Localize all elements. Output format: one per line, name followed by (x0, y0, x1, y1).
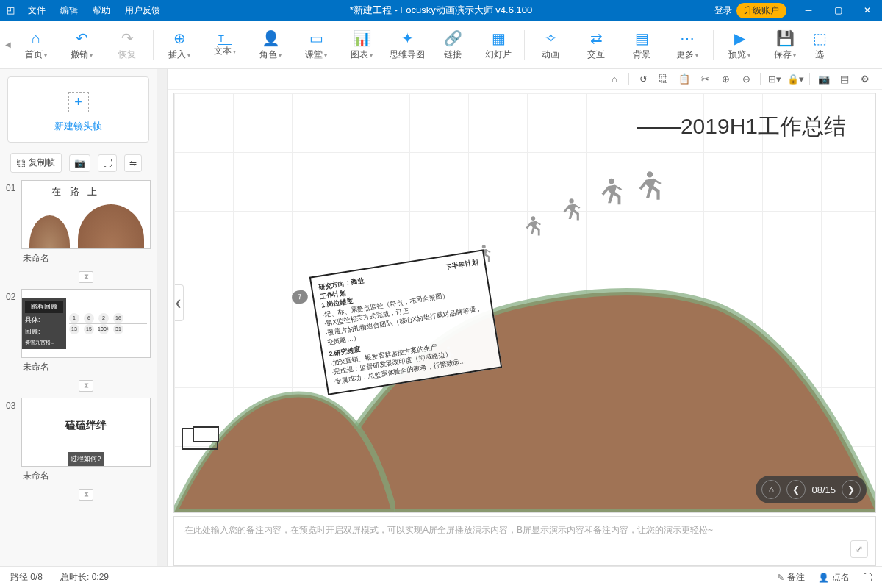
lock-button[interactable]: 🔒▾ (786, 71, 805, 87)
nav-next-button[interactable]: ❯ (842, 480, 861, 499)
pencil-icon: ✎ (777, 573, 784, 583)
duration-status: 总时长: 0:29 (60, 571, 109, 584)
link-button[interactable]: 🔗链接 (430, 23, 476, 67)
interaction-icon: ⇄ (590, 28, 603, 49)
notes-area[interactable]: 在此处输入您的备注内容，在预览时开启双屏模式，可以实现A屏全屏播放演示内容，B屏… (173, 516, 876, 566)
main-area: + 新建镜头帧 ⿻复制帧 📷 ⛶ ⇋ 01 在 路 上 (0, 69, 882, 566)
interaction-button[interactable]: ⇄交互 (573, 23, 619, 67)
canvas-area: ⌂ ↺ ⿻ 📋 ✂ ⊕ ⊖ ⊞▾ 🔒▾ 📷 ▤ ⚙ ❮ ——2019H1工作总结 (168, 69, 882, 566)
undo-button[interactable]: ↶撤销▾ (59, 23, 104, 67)
toggle-icon: ⇋ (129, 158, 137, 168)
frame-tools: ⿻复制帧 📷 ⛶ ⇋ (6, 150, 151, 180)
menu-help[interactable]: 帮助 (85, 4, 118, 17)
frame-nav-pill: ⌂ ❮ 08/15 ❯ (756, 476, 867, 503)
zoom-in-button[interactable]: ⊕ (716, 71, 735, 87)
upgrade-button[interactable]: 升级账户 (736, 3, 786, 18)
slideshow-button[interactable]: ▦幻灯片 (476, 23, 521, 67)
settings-button[interactable]: ⚙ (856, 71, 875, 87)
chart-icon: 📊 (353, 28, 371, 49)
slide-item[interactable]: 02 路程回顾 具体: 回顾: 资管九宫格.. 1 (6, 289, 151, 395)
scan-icon: ⛶ (103, 158, 112, 168)
chart-button[interactable]: 📊图表▾ (339, 23, 384, 67)
person-icon: 👤 (818, 573, 829, 583)
link-icon: 🔗 (444, 28, 462, 49)
runner-icon (630, 159, 667, 211)
nav-prev-button[interactable]: ❮ (786, 480, 806, 499)
notes-toggle-button[interactable]: ✎备注 (777, 571, 805, 584)
close-button[interactable]: ✕ (853, 0, 882, 21)
fullscreen-button[interactable]: ⛶ (863, 573, 872, 583)
layers-button[interactable]: ▤ (835, 71, 854, 87)
ribbon-scroll-left[interactable]: ◀ (3, 21, 13, 68)
camera-tool-button[interactable]: 📷 (69, 154, 90, 172)
toggle-tool-button[interactable]: ⇋ (124, 154, 142, 172)
app-logo: ◰ (0, 5, 21, 15)
copy-frame-button[interactable]: ⿻复制帧 (10, 153, 62, 173)
canvas-title-text[interactable]: ——2019H1工作总结 (637, 112, 846, 142)
fullscreen-icon: ⛶ (863, 573, 872, 583)
canvas-toolbar: ⌂ ↺ ⿻ 📋 ✂ ⊕ ⊖ ⊞▾ 🔒▾ 📷 ▤ ⚙ (168, 69, 882, 90)
more-button[interactable]: ⋯更多▾ (664, 23, 710, 67)
classroom-button[interactable]: ▭课堂▾ (293, 23, 339, 67)
slide-thumbnail[interactable]: 路程回顾 具体: 回顾: 资管九宫格.. 1 6 2 16 (21, 289, 151, 358)
statusbar: 路径 0/8 总时长: 0:29 ✎备注 👤点名 ⛶ (0, 566, 882, 588)
capture-button[interactable]: 📷 (814, 71, 833, 87)
play-icon: ▶ (734, 28, 745, 49)
menu-edit[interactable]: 编辑 (53, 4, 85, 17)
menu-file[interactable]: 文件 (21, 4, 53, 17)
sidebar-scrollbar[interactable] (157, 69, 167, 566)
mindmap-button[interactable]: ✦思维导图 (384, 23, 430, 67)
small-frame-inner[interactable] (193, 426, 219, 442)
align-button[interactable]: ⊞▾ (765, 71, 784, 87)
camera-icon: 📷 (74, 158, 85, 168)
preview-button[interactable]: ▶预览▾ (717, 23, 762, 67)
home-view-button[interactable]: ⌂ (605, 71, 624, 87)
select-button[interactable]: ⬚选 (808, 23, 831, 67)
sidebar: + 新建镜头帧 ⿻复制帧 📷 ⛶ ⇋ 01 在 路 上 (0, 69, 168, 566)
text-button[interactable]: T文本▾ (202, 23, 248, 67)
slide-thumbnail[interactable]: 磕磕绊绊 过程如何? (21, 398, 151, 467)
save-icon: 💾 (776, 28, 795, 49)
canvas-viewport[interactable]: ❮ ——2019H1工作总结 7 研究方向：商 (173, 93, 876, 513)
rotate-left-button[interactable]: ↺ (634, 71, 653, 87)
background-button[interactable]: ▤背景 (619, 23, 664, 67)
ribbon-toolbar: ◀ ⌂首页▾ ↶撤销▾ ↷恢复 ⊕插入▾ T文本▾ 👤角色▾ ▭课堂▾ 📊图表▾… (0, 21, 882, 69)
copy-view-button[interactable]: ⿻ (654, 71, 673, 87)
notes-placeholder: 在此处输入您的备注内容，在预览时开启双屏模式，可以实现A屏全屏播放演示内容，B屏… (184, 525, 713, 535)
slide-item[interactable]: 03 磕磕绊绊 过程如何? 未命名 ⧗ (6, 398, 151, 503)
slide-thumbnail[interactable]: 在 路 上 (21, 180, 151, 249)
rollcall-button[interactable]: 👤点名 (818, 571, 850, 584)
runner-icon (520, 207, 545, 244)
expand-notes-button[interactable]: ⤢ (850, 540, 868, 558)
minimize-button[interactable]: ─ (794, 0, 823, 21)
animation-button[interactable]: ✧动画 (528, 23, 573, 67)
runner-icon (556, 189, 584, 229)
nav-home-button[interactable]: ⌂ (761, 480, 781, 499)
copy-icon: ⿻ (17, 158, 26, 168)
insert-button[interactable]: ⊕插入▾ (157, 23, 202, 67)
transition-icon[interactable]: ⧗ (21, 484, 151, 503)
transition-icon[interactable]: ⧗ (21, 375, 151, 395)
runner-icon (593, 167, 627, 215)
character-button[interactable]: 👤角色▾ (248, 23, 293, 67)
scan-tool-button[interactable]: ⛶ (98, 154, 117, 172)
maximize-button[interactable]: ▢ (823, 0, 853, 21)
zoom-out-button[interactable]: ⊖ (736, 71, 756, 87)
save-button[interactable]: 💾保存▾ (762, 23, 808, 67)
cut-view-button[interactable]: ✂ (695, 71, 714, 87)
text-icon: T (218, 32, 232, 45)
plus-icon: + (68, 92, 89, 112)
home-icon: ⌂ (32, 28, 40, 49)
slide-item[interactable]: 01 在 路 上 未命名 ⧗ (6, 180, 151, 286)
paste-view-button[interactable]: 📋 (675, 71, 694, 87)
menu-feedback[interactable]: 用户反馈 (118, 4, 168, 17)
window-title: *新建工程 - Focusky动画演示大师 v4.6.100 (168, 4, 714, 17)
login-link[interactable]: 登录 (714, 4, 732, 17)
board-icon: ▭ (309, 28, 323, 49)
transition-icon[interactable]: ⧗ (21, 266, 151, 286)
home-button[interactable]: ⌂首页▾ (13, 23, 59, 67)
select-icon: ⬚ (813, 28, 827, 49)
new-frame-button[interactable]: + 新建镜头帧 (7, 76, 149, 143)
background-icon: ▤ (635, 28, 649, 49)
redo-button[interactable]: ↷恢复 (104, 23, 150, 67)
